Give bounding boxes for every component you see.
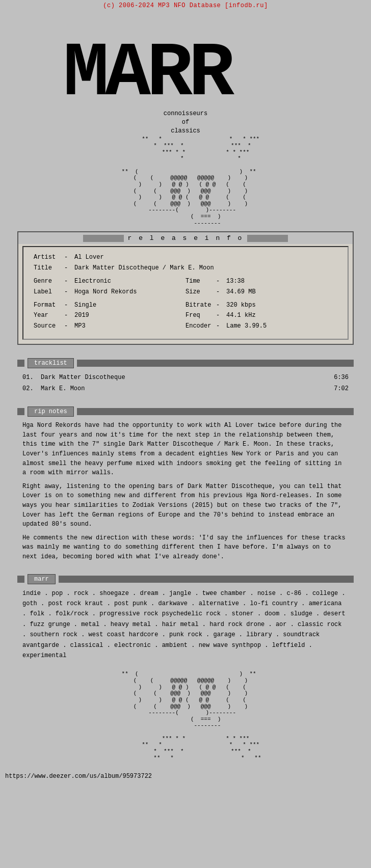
year-col: Year - 2019 bbox=[34, 310, 186, 320]
year-value: 2019 bbox=[74, 310, 89, 320]
year-label: Year bbox=[34, 310, 64, 320]
size-col: Size - 34.69 MB bbox=[186, 287, 337, 297]
tags-bar-right bbox=[59, 576, 354, 583]
footer-url[interactable]: https://www.deezer.com/us/album/95973722 bbox=[0, 770, 371, 782]
size-label: Size bbox=[186, 287, 216, 297]
source-label: Source bbox=[34, 321, 64, 331]
header-bar-left bbox=[83, 235, 124, 242]
owl-top-ascii: ** * * * *** * *** * *** * *** * * * * *… bbox=[112, 136, 259, 226]
year-freq-row: Year - 2019 Freq - 44.1 kHz bbox=[34, 310, 337, 320]
label-col: Label - Hoga Nord Rekords bbox=[34, 287, 186, 297]
format-bitrate-row: Format - Single Bitrate - 320 kbps bbox=[34, 300, 337, 310]
release-info-header: r e l e a s e i n f o bbox=[18, 232, 353, 244]
encoder-col: Encoder - Lame 3.99.5 bbox=[186, 321, 337, 331]
logo-area: MARR connoisseurs of classics ** * * * *… bbox=[0, 10, 371, 226]
format-value: Single bbox=[74, 300, 96, 310]
genre-time-row: Genre - Electronic Time - 13:38 bbox=[34, 276, 337, 286]
tags-title: marr bbox=[28, 574, 56, 584]
title-label: Title bbox=[34, 263, 64, 273]
bitrate-label: Bitrate bbox=[186, 300, 216, 310]
source-encoder-row: Source - MP3 Encoder - Lame 3.99.5 bbox=[34, 321, 337, 331]
tags-text: indie . pop . rock . shoegaze . dream . … bbox=[22, 588, 349, 661]
marr-logo-svg: MARR bbox=[53, 13, 318, 115]
tags-content: indie . pop . rock . shoegaze . dream . … bbox=[17, 586, 354, 663]
format-col: Format - Single bbox=[34, 300, 186, 310]
copyright-text: (c) 2006-2024 MP3 NFO Database [infodb.r… bbox=[103, 0, 268, 10]
rip-notes-title: rip notes bbox=[28, 406, 74, 417]
freq-col: Freq - 44.1 kHz bbox=[186, 310, 337, 320]
release-info-title: r e l e a s e i n f o bbox=[128, 234, 244, 242]
tags-bar-left bbox=[17, 576, 24, 583]
label-value: Hoga Nord Rekords bbox=[74, 287, 137, 297]
genre-value: Electronic bbox=[74, 276, 111, 286]
tracklist-title: tracklist bbox=[28, 358, 74, 368]
format-label: Format bbox=[34, 300, 64, 310]
time-col: Time - 13:38 bbox=[186, 276, 337, 286]
artist-label: Artist bbox=[34, 252, 64, 262]
encoder-value: Lame 3.99.5 bbox=[226, 321, 267, 331]
header-bar-right bbox=[247, 235, 288, 242]
bottom-art: ** ( ) ** ( ( @@@@@ @@@@@ ) ) ) ) @ @ ) … bbox=[0, 666, 371, 770]
owl-bottom-ascii: ** ( ) ** ( ( @@@@@ @@@@@ ) ) ) ) @ @ ) … bbox=[110, 671, 261, 768]
rip-notes-para-1: Hga Nord Rekords have had the opportunit… bbox=[22, 421, 349, 478]
label-size-row: Label - Hoga Nord Rekords Size - 34.69 M… bbox=[34, 287, 337, 297]
genre-label: Genre bbox=[34, 276, 64, 286]
track-1-duration: 6:36 bbox=[334, 372, 349, 384]
tracklist-section: tracklist 01. Dark Matter Discotheque 6:… bbox=[17, 358, 354, 396]
size-value: 34.69 MB bbox=[226, 287, 256, 297]
freq-value: 44.1 kHz bbox=[226, 310, 256, 320]
title-row: Title - Dark Matter Discotheque / Mark E… bbox=[34, 263, 337, 273]
time-value: 13:38 bbox=[226, 276, 245, 286]
track-2-number-title: 02. Mark E. Moon bbox=[22, 384, 85, 395]
encoder-label: Encoder bbox=[186, 321, 216, 331]
track-row-1: 01. Dark Matter Discotheque 6:36 bbox=[22, 372, 349, 384]
tracklist-content: 01. Dark Matter Discotheque 6:36 02. Mar… bbox=[17, 370, 354, 396]
track-2-duration: 7:02 bbox=[334, 384, 349, 395]
rip-notes-bar-right bbox=[77, 408, 354, 415]
rip-notes-para-3: He comments the new direction with these… bbox=[22, 533, 349, 562]
label-label: Label bbox=[34, 287, 64, 297]
rip-notes-section: rip notes Hga Nord Rekords have had the … bbox=[17, 406, 354, 563]
genre-col: Genre - Electronic bbox=[34, 276, 186, 286]
bitrate-value: 320 kbps bbox=[226, 300, 256, 310]
rip-notes-bar-left bbox=[17, 408, 24, 415]
tracklist-bar-right bbox=[77, 360, 354, 367]
rip-notes-content: Hga Nord Rekords have had the opportunit… bbox=[17, 419, 354, 563]
page-wrapper: (c) 2006-2024 MP3 NFO Database [infodb.r… bbox=[0, 0, 371, 782]
artist-value: Al Lover bbox=[74, 252, 104, 262]
freq-label: Freq bbox=[186, 310, 216, 320]
source-value: MP3 bbox=[74, 321, 86, 331]
tracklist-header: tracklist bbox=[17, 358, 354, 368]
rip-notes-para-2: Right away, listening to the opening bar… bbox=[22, 482, 349, 529]
tags-section: marr indie . pop . rock . shoegaze . dre… bbox=[17, 574, 354, 663]
track-row-2: 02. Mark E. Moon 7:02 bbox=[22, 384, 349, 395]
title-value: Dark Matter Discotheque / Mark E. Moon bbox=[74, 263, 214, 273]
svg-text:MARR: MARR bbox=[63, 31, 234, 115]
bitrate-col: Bitrate - 320 kbps bbox=[186, 300, 337, 310]
artist-row: Artist - Al Lover bbox=[34, 252, 337, 262]
connoisseurs-text: connoisseurs of classics bbox=[164, 110, 207, 135]
rip-notes-header: rip notes bbox=[17, 406, 354, 417]
tracklist-bar-left bbox=[17, 360, 24, 367]
info-content: Artist - Al Lover Title - Dark Matter Di… bbox=[22, 246, 349, 340]
tags-header: marr bbox=[17, 574, 354, 584]
track-1-number-title: 01. Dark Matter Discotheque bbox=[22, 372, 125, 384]
release-info-box: r e l e a s e i n f o Artist - Al Lover … bbox=[17, 231, 354, 345]
source-col: Source - MP3 bbox=[34, 321, 186, 331]
time-label: Time bbox=[186, 276, 216, 286]
